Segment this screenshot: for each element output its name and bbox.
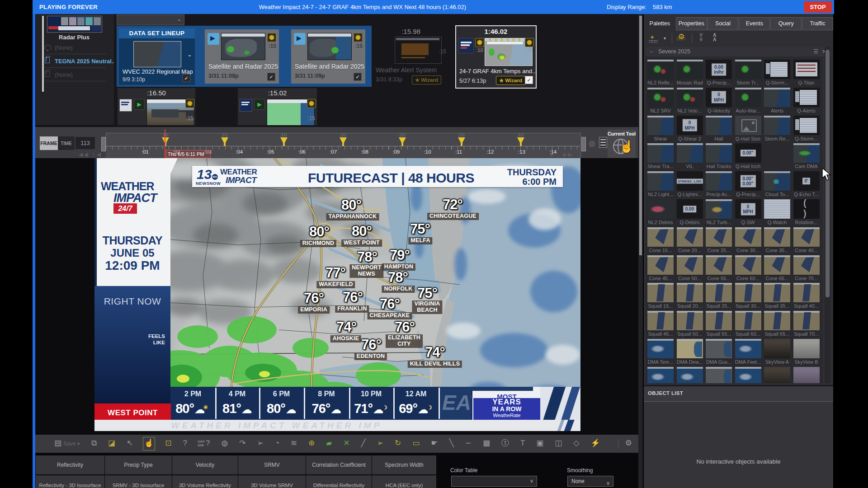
radar-plus-label[interactable]: Radar Plus xyxy=(47,34,101,41)
palette-item[interactable]: Precip Ac... xyxy=(704,171,733,198)
palette-item[interactable]: Squall 45... xyxy=(646,311,675,338)
chevron-down-icon[interactable]: ⌄ xyxy=(187,51,192,58)
radar-product-button[interactable]: Correlation Coefficient xyxy=(306,455,372,474)
palette-item[interactable]: Auto-War... xyxy=(734,88,763,115)
radar-product-button[interactable]: Spectrum Width xyxy=(372,455,436,474)
palette-item[interactable]: NL2 Light... xyxy=(646,171,675,198)
settings-gear-icon[interactable]: ⚙ xyxy=(625,438,632,448)
palette-item[interactable]: Cam DMA xyxy=(792,143,821,170)
palette-item[interactable]: NL2 SRV xyxy=(646,88,675,115)
rewind-buttons[interactable]: ◀◀ ❘◀ xyxy=(79,151,102,158)
palette-item[interactable] xyxy=(675,367,704,383)
palette-item[interactable]: 0.00 in/hrQ-Precip... xyxy=(704,60,733,87)
palette-item[interactable]: Cone 35... xyxy=(763,227,792,254)
cube-icon[interactable]: ◇ xyxy=(573,438,579,449)
cursor-eraser-icon[interactable]: ➢ xyxy=(377,438,383,449)
palette-item[interactable]: Cloud To... xyxy=(763,171,792,198)
globe-select-icon[interactable]: ⊡ xyxy=(165,438,171,449)
palette-item[interactable]: Cone 25... xyxy=(704,227,733,254)
palette-item[interactable]: Q-Watch xyxy=(763,199,792,226)
palette-item[interactable]: Cone 40... xyxy=(792,227,821,254)
palette-item[interactable]: DMA Dew... xyxy=(675,339,704,366)
traffic-cam-icon[interactable]: ◫ xyxy=(555,438,562,449)
palette-item[interactable]: Squall 65... xyxy=(763,311,792,338)
crosshair-icon[interactable]: ⊕ xyxy=(308,438,315,449)
collapse-all-icon[interactable]: ∨∨ xyxy=(699,33,703,42)
expand-all-icon[interactable]: ∧∧ xyxy=(712,33,717,42)
lineup-card-row2-2[interactable]: :15.02 ▶ :15 xyxy=(238,88,317,125)
camera-icon[interactable]: ▣ xyxy=(536,438,543,449)
radar-product-button[interactable]: 3D Volume SRMV xyxy=(238,475,306,488)
image-icon[interactable]: ▩ xyxy=(483,438,490,449)
palette-item[interactable]: Cone 55... xyxy=(704,255,733,282)
palette-item[interactable]: Squall 25... xyxy=(704,283,733,310)
add-dropdown-icon[interactable]: ▾ xyxy=(664,36,666,41)
palette-settings-icon[interactable]: ⚙□□□ xyxy=(678,32,684,41)
lineup-card-graf-selected[interactable]: 1:46.02 :10 :10 24-7 GRAF 4km Temps and.… xyxy=(455,25,537,89)
palette-item[interactable]: 0.00Q-Debirs xyxy=(675,199,704,226)
tab-properties[interactable]: Properties xyxy=(676,17,707,30)
radar-product-button[interactable]: Differential Reflectivity xyxy=(306,475,372,488)
palette-item[interactable] xyxy=(704,367,733,383)
smoothing-dropdown[interactable]: None∨ xyxy=(567,476,613,487)
tab-events[interactable]: Events xyxy=(739,17,770,30)
main-vertical-scrollbar[interactable] xyxy=(638,14,643,488)
line-icon[interactable]: ╲ xyxy=(449,438,454,449)
palette-item[interactable]: SkyView B xyxy=(792,339,821,366)
off-air-icon[interactable]: ?OFFAIR xyxy=(198,438,210,449)
color-table-dropdown[interactable]: ∨ xyxy=(451,476,537,487)
palette-item[interactable]: 0.00" 0.00"Q-Precip... xyxy=(734,171,763,198)
ruler-icon[interactable]: ╱ xyxy=(361,438,366,449)
palette-item[interactable]: Cone 20... xyxy=(675,227,704,254)
palette-item[interactable]: Q-Storm... xyxy=(792,116,821,143)
radar-product-button[interactable]: SRMV xyxy=(238,455,306,474)
palette-item[interactable] xyxy=(763,143,792,170)
tab-query[interactable]: Query xyxy=(770,17,802,30)
palette-item[interactable]: Q-Titan xyxy=(792,60,821,87)
scene-item-none-2[interactable]: (None) xyxy=(45,70,110,80)
palette-item[interactable]: SkyView A xyxy=(763,339,792,366)
streamlines-icon[interactable]: ≋ xyxy=(291,438,297,449)
palette-item[interactable] xyxy=(646,367,675,383)
flag-icon[interactable]: ▰ xyxy=(326,438,332,449)
tab-social[interactable]: Social xyxy=(708,17,739,30)
palette-item[interactable]: Squall 60... xyxy=(734,311,763,338)
palette-section-header[interactable]: ⌄ Severe 2025 ☰ ✕ xyxy=(646,47,831,56)
palette-item[interactable]: Storm Re... xyxy=(763,116,792,143)
frame-mode-button[interactable]: FRAME xyxy=(40,136,58,150)
palette-item[interactable]: DMA Tem... xyxy=(646,339,675,366)
palette-item[interactable]: Cone 15... xyxy=(646,227,675,254)
palette-item[interactable] xyxy=(763,367,792,383)
palette-item[interactable]: Squall 70... xyxy=(792,311,821,338)
save-icon[interactable]: ▤Save ▾ xyxy=(54,438,80,449)
palette-item[interactable]: Mosaic Rad xyxy=(675,60,704,87)
palette-item[interactable] xyxy=(792,367,821,383)
palette-item[interactable]: Cone 30... xyxy=(734,227,763,254)
palette-item[interactable]: NL2 Refle... xyxy=(646,60,675,87)
palette-item[interactable]: Q-Alerts xyxy=(792,88,821,115)
palette-item[interactable]: STRIKES: 1,000Q-Lightni... xyxy=(675,171,704,198)
fan-layers-icon[interactable]: ◔ xyxy=(275,438,279,449)
stop-button[interactable]: STOP xyxy=(804,1,832,13)
palette-item[interactable]: VIL xyxy=(675,143,704,170)
pan-hand-icon[interactable]: ☝ xyxy=(144,438,154,449)
palette-item[interactable]: Cone 60... xyxy=(734,255,763,282)
card-checkbox[interactable]: ✓ xyxy=(182,74,190,82)
palette-item[interactable]: DMA Gus... xyxy=(704,339,733,366)
palette-item[interactable]: Shear xyxy=(646,116,675,143)
palette-item[interactable]: DMA Feel... xyxy=(734,339,763,366)
palette-item[interactable]: Cone 65... xyxy=(763,255,792,282)
palette-item[interactable]: Q-Storm... xyxy=(763,60,792,87)
radar-product-button[interactable]: Velocity xyxy=(172,455,238,474)
palette-item[interactable]: Hail xyxy=(704,116,733,143)
tab-traffic[interactable]: Traffic xyxy=(802,17,833,30)
scene-item-none-1[interactable]: (None) xyxy=(45,43,110,53)
palette-item[interactable]: NL2 Turb... xyxy=(704,199,733,226)
scene-item-tegna[interactable]: TEGNA 2025 Neutral... xyxy=(45,56,110,66)
radar-product-button[interactable]: Reflectivity xyxy=(36,455,104,474)
lineup-card-regional-map[interactable]: DATA SET LINEUP ⌄ WVEC 2022 Regional Map… xyxy=(119,28,195,85)
palette-item[interactable]: Cone 70... xyxy=(792,255,821,282)
palette-item[interactable]: Cone 50... xyxy=(675,255,704,282)
forward-buttons[interactable]: ▶❘ ▶▶ xyxy=(550,151,573,158)
palette-item[interactable]: Squall 50... xyxy=(675,311,704,338)
